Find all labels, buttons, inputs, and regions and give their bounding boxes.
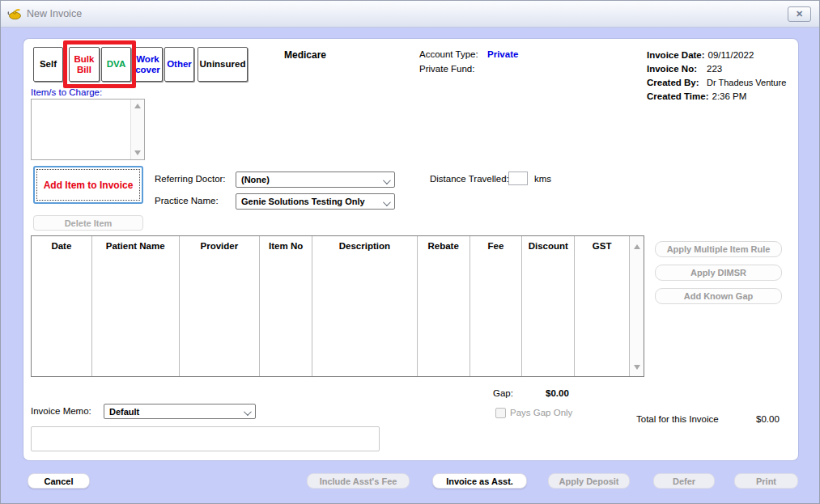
distance-travelled-input[interactable] xyxy=(508,172,528,185)
tab-dva-label: DVA xyxy=(107,59,125,70)
tab-bulk-bill-label: Bulk Bill xyxy=(71,54,97,74)
column-description: Description xyxy=(312,236,418,376)
column-gst: GST xyxy=(575,236,630,376)
account-type-label: Account Type: xyxy=(419,49,478,59)
invoice-no-row: Invoice No: 223 xyxy=(647,61,786,75)
private-fund-label: Private Fund: xyxy=(419,64,474,74)
table-scrollbar[interactable] xyxy=(630,236,644,376)
cancel-button[interactable]: Cancel xyxy=(28,473,90,489)
add-item-to-invoice-button[interactable]: Add Item to Invoice xyxy=(33,166,143,204)
column-header[interactable]: Rebate xyxy=(418,236,469,251)
apply-deposit-label: Apply Deposit xyxy=(559,476,619,486)
column-header[interactable]: Item No xyxy=(260,236,312,251)
created-time-label: Created Time: xyxy=(647,91,708,101)
column-item-no: Item No xyxy=(260,236,312,376)
focus-outline xyxy=(36,169,140,201)
practice-name-dropdown[interactable]: Genie Solutions Testing Only xyxy=(236,193,395,210)
column-discount: Discount xyxy=(522,236,575,376)
close-icon: ✕ xyxy=(796,9,803,19)
include-assts-fee-label: Include Asst's Fee xyxy=(320,476,397,486)
referring-doctor-label: Referring Doctor: xyxy=(155,174,226,184)
tab-other[interactable]: Other xyxy=(164,47,194,82)
apply-deposit-button[interactable]: Apply Deposit xyxy=(548,473,630,489)
column-fee: Fee xyxy=(470,236,523,376)
new-invoice-dialog: New Invoice ✕ Self Bulk Bill DVA Work co… xyxy=(0,0,820,504)
column-header[interactable]: Date xyxy=(32,236,91,251)
items-to-charge-label: Item/s to Charge: xyxy=(31,87,102,97)
scroll-up-icon xyxy=(634,244,640,249)
chevron-down-icon xyxy=(244,408,252,416)
close-button[interactable]: ✕ xyxy=(788,6,811,22)
tab-dva[interactable]: DVA xyxy=(101,47,131,82)
column-rebate: Rebate xyxy=(418,236,470,376)
invoice-date-row: Invoice Date: 09/11/2022 xyxy=(647,48,786,61)
column-patient-name: Patient Name xyxy=(92,236,180,376)
add-known-gap-button[interactable]: Add Known Gap xyxy=(655,288,782,304)
column-header[interactable]: GST xyxy=(575,236,629,251)
tab-uninsured[interactable]: Uninsured xyxy=(198,47,248,82)
invoice-as-asst-button[interactable]: Invoice as Asst. xyxy=(432,473,527,489)
include-assts-fee-button[interactable]: Include Asst's Fee xyxy=(307,473,410,489)
cancel-button-label: Cancel xyxy=(44,476,73,486)
distance-travelled-label: Distance Travelled: xyxy=(430,174,509,184)
invoice-items-table[interactable]: Date Patient Name Provider Item No Descr… xyxy=(31,235,644,377)
invoice-memo-dropdown[interactable]: Default xyxy=(104,404,256,419)
scroll-down-icon xyxy=(634,365,640,370)
tab-work-cover[interactable]: Work cover xyxy=(133,47,163,82)
apply-multiple-item-rule-button[interactable]: Apply Multiple Item Rule xyxy=(655,241,782,257)
column-header[interactable]: Fee xyxy=(470,236,522,251)
column-header[interactable]: Patient Name xyxy=(92,236,179,251)
genie-lamp-icon xyxy=(7,7,22,20)
pays-gap-only-label: Pays Gap Only xyxy=(510,408,572,417)
tab-self[interactable]: Self xyxy=(33,47,63,82)
pays-gap-only-checkbox[interactable] xyxy=(495,408,506,418)
defer-button[interactable]: Defer xyxy=(653,473,715,489)
column-header[interactable]: Description xyxy=(312,236,417,251)
items-listbox-scrollbar[interactable] xyxy=(130,100,144,159)
title-bar: New Invoice ✕ xyxy=(1,1,820,28)
chevron-down-icon xyxy=(383,198,391,206)
created-by-label: Created By: xyxy=(647,78,703,87)
window-title: New Invoice xyxy=(27,8,82,19)
scroll-down-icon xyxy=(134,150,141,155)
column-date: Date xyxy=(32,236,92,376)
column-header[interactable]: Provider xyxy=(180,236,260,251)
defer-label: Defer xyxy=(673,476,695,486)
add-known-gap-label: Add Known Gap xyxy=(684,291,754,301)
scroll-up-icon xyxy=(134,104,141,108)
tab-self-label: Self xyxy=(40,59,57,70)
invoice-no-value: 223 xyxy=(707,64,722,74)
delete-item-button[interactable]: Delete Item xyxy=(33,215,143,231)
column-header[interactable]: Discount xyxy=(522,236,574,251)
invoice-info-block: Invoice Date: 09/11/2022 Invoice No: 223… xyxy=(647,48,786,103)
items-to-charge-listbox[interactable] xyxy=(31,99,145,160)
invoice-memo-label: Invoice Memo: xyxy=(31,406,91,416)
chevron-down-icon xyxy=(383,176,391,184)
created-time-value: 2:36 PM xyxy=(712,91,746,101)
invoice-date-label: Invoice Date: xyxy=(647,50,705,60)
tab-uninsured-label: Uninsured xyxy=(200,59,246,70)
total-for-invoice-label: Total for this Invoice xyxy=(636,414,719,424)
tab-work-cover-label: Work cover xyxy=(135,54,160,74)
created-by-value: Dr Thadeus Venture xyxy=(707,78,786,87)
account-type-value: Private xyxy=(487,49,518,59)
gap-value: $0.00 xyxy=(546,388,569,398)
claim-type-label: Medicare xyxy=(284,49,326,61)
tab-bulk-bill[interactable]: Bulk Bill xyxy=(69,47,100,82)
invoice-memo-textbox[interactable] xyxy=(31,426,380,451)
column-provider: Provider xyxy=(180,236,261,376)
referring-doctor-dropdown[interactable]: (None) xyxy=(236,172,395,188)
apply-dimsr-button[interactable]: Apply DIMSR xyxy=(655,265,782,281)
print-button[interactable]: Print xyxy=(734,473,798,489)
created-by-row: Created By: Dr Thadeus Venture xyxy=(647,75,786,89)
apply-multiple-item-rule-label: Apply Multiple Item Rule xyxy=(667,244,771,254)
referring-doctor-value: (None) xyxy=(241,175,270,184)
created-time-row: Created Time: 2:36 PM xyxy=(647,89,786,103)
invoice-memo-value: Default xyxy=(109,407,139,417)
practice-name-value: Genie Solutions Testing Only xyxy=(241,197,365,206)
gap-label: Gap: xyxy=(493,388,513,398)
distance-unit-label: kms xyxy=(534,174,551,184)
invoice-no-label: Invoice No: xyxy=(647,64,703,74)
practice-name-label: Practice Name: xyxy=(155,196,219,205)
apply-dimsr-label: Apply DIMSR xyxy=(690,268,746,277)
